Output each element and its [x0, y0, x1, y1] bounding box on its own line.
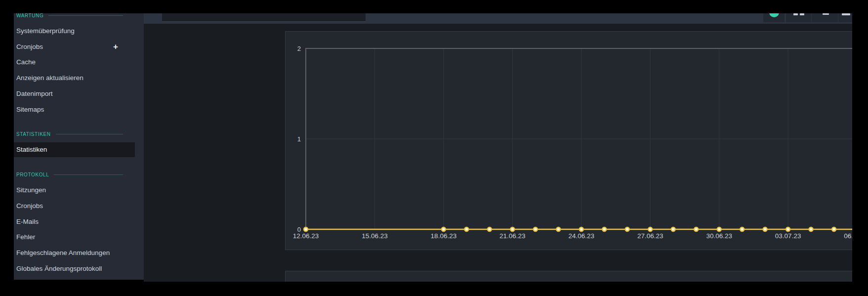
sidebar-item-fehler[interactable]: Fehler [14, 230, 135, 245]
x-axis-tick-label: 30.06.23 [706, 232, 732, 240]
data-point-marker [717, 227, 721, 231]
sidebar-item-label: Fehlgeschlagene Anmeldungen [16, 249, 110, 256]
x-axis-tick-label: 03.07.23 [775, 232, 801, 240]
sidebar-item-fehlgeschlagene-anmeldungen[interactable]: Fehlgeschlagene Anmeldungen [14, 246, 135, 260]
sidebar-item-e-mails[interactable]: E-Mails [14, 214, 135, 229]
status-circle-icon [769, 13, 779, 17]
top-toolbar [144, 13, 852, 24]
data-point-marker [488, 227, 492, 231]
sidebar-item-sitemaps[interactable]: Sitemaps [14, 102, 135, 117]
toolbar-button-4[interactable] [838, 13, 852, 22]
sidebar-section-header: PROTOKOLL [14, 170, 135, 179]
data-point-marker [556, 227, 560, 231]
toolbar-icon [842, 13, 850, 15]
toolbar-icon [793, 13, 798, 15]
section-divider [48, 15, 123, 16]
section-divider [54, 174, 123, 175]
add-icon[interactable]: + [113, 40, 118, 54]
x-axis-tick-label: 21.06.23 [499, 232, 526, 240]
sidebar-item-label: Systemüberprüfung [16, 27, 75, 35]
sidebar-item-label: Globales Änderungsprotokoll [16, 265, 102, 272]
users-line-chart: 01212.06.2315.06.2318.06.2321.06.2324.06… [286, 32, 852, 250]
data-point-marker [809, 227, 813, 231]
sidebar-item-anzeigen-aktualisieren[interactable]: Anzeigen aktualisieren [14, 71, 135, 85]
sidebar-section-label: WARTUNG [16, 13, 43, 18]
sidebar-item-label: Statistiken [16, 146, 47, 153]
sidebar-item-label: Cronjobs [16, 202, 43, 210]
x-axis-tick-label: 06.07.23 [844, 232, 852, 240]
sidebar-item-globales-änderungsprotokoll[interactable]: Globales Änderungsprotokoll [14, 261, 135, 276]
sidebar-item-label: Datenimport [16, 90, 53, 97]
data-point-marker [510, 227, 514, 231]
x-axis-tick-label: 27.06.23 [637, 232, 663, 240]
x-axis-tick-label: 24.06.23 [569, 232, 595, 240]
y-axis-tick-label: 2 [297, 45, 301, 52]
header-tab[interactable] [162, 13, 366, 22]
sidebar-item-label: E-Mails [16, 218, 39, 225]
data-point-marker [694, 227, 698, 231]
sidebar-item-label: Cache [16, 58, 36, 66]
toolbar-icon [800, 13, 804, 15]
sidebar-item-label: Fehler [16, 233, 35, 241]
data-point-marker [464, 227, 468, 231]
data-point-marker [442, 227, 446, 231]
toolbar-button-2[interactable] [786, 13, 811, 22]
sidebar-item-systemüberprüfung[interactable]: Systemüberprüfung [14, 24, 135, 39]
data-point-marker [534, 227, 537, 231]
sidebar-item-label: Anzeigen aktualisieren [16, 74, 83, 82]
benutzer-series-line [306, 139, 852, 229]
profile-button[interactable] [763, 13, 785, 22]
data-point-marker [602, 227, 606, 231]
sidebar-item-label: Sitemaps [16, 106, 44, 113]
sidebar-item-cronjobs[interactable]: Cronjobs+ [14, 40, 135, 54]
sidebar-item-datenimport[interactable]: Datenimport [14, 86, 135, 101]
section-divider [56, 134, 123, 134]
data-point-marker [648, 227, 652, 231]
app-window: WARTUNGSystemüberprüfungCronjobs+CacheAn… [14, 13, 852, 282]
data-point-marker [832, 227, 836, 231]
sidebar-item-label: Cronjobs [16, 43, 43, 50]
sidebar-item-statistiken[interactable]: Statistiken [14, 142, 135, 157]
data-point-marker [625, 227, 629, 231]
data-point-marker [740, 227, 744, 231]
data-point-marker [671, 227, 675, 231]
data-point-marker [579, 227, 583, 231]
sidebar-item-label: Sitzungen [16, 186, 46, 194]
statistics-chart-panel: 01212.06.2315.06.2318.06.2321.06.2324.06… [285, 31, 852, 250]
main-content: 01212.06.2315.06.2318.06.2321.06.2324.06… [144, 13, 852, 282]
toolbar-button-3[interactable] [812, 13, 838, 22]
sidebar-item-cache[interactable]: Cache [14, 55, 135, 70]
x-axis-tick-label: 12.06.23 [293, 232, 319, 240]
x-axis-tick-label: 18.06.23 [431, 232, 457, 240]
data-point-marker [786, 227, 790, 231]
sidebar-section-header: STATISTIKEN [14, 130, 135, 139]
sidebar-item-sitzungen[interactable]: Sitzungen [14, 183, 135, 198]
sidebar-section-header: WARTUNG [14, 13, 135, 20]
next-panel-partial [285, 271, 852, 282]
data-point-marker [304, 227, 308, 231]
x-axis-tick-label: 15.06.23 [362, 232, 388, 240]
sidebar-section-label: PROTOKOLL [16, 172, 49, 177]
data-point-marker [763, 227, 767, 231]
toolbar-icon [823, 13, 829, 15]
sidebar-section-label: STATISTIKEN [16, 131, 51, 137]
y-axis-tick-label: 1 [297, 135, 301, 143]
sidebar-item-cronjobs[interactable]: Cronjobs [14, 199, 135, 213]
sidebar: WARTUNGSystemüberprüfungCronjobs+CacheAn… [14, 13, 144, 280]
